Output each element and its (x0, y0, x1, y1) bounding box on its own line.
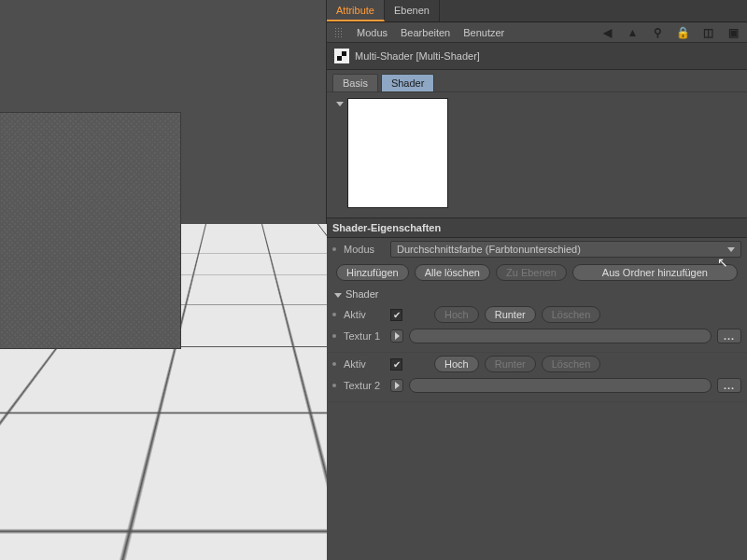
shader-subheader[interactable]: Shader (327, 285, 747, 303)
menubar: Modus Bearbeiten Benutzer ◀ ▲ ⚲ 🔒 ◫ ▣ (327, 22, 747, 43)
chevron-down-icon (727, 247, 735, 252)
to-layers-button: Zu Ebenen (496, 264, 567, 281)
modus-row: Modus Durchschnittsfarbe (Farbtonuntersc… (327, 238, 747, 260)
aktiv-checkbox-2[interactable]: ✔ (390, 358, 402, 371)
maximize-icon[interactable]: ▣ (727, 26, 740, 38)
modus-dropdown[interactable]: Durchschnittsfarbe (Farbtonunterschied) (390, 241, 741, 258)
menu-benutzer[interactable]: Benutzer (463, 27, 504, 38)
param-dot (332, 334, 336, 338)
aktiv-label: Aktiv (344, 358, 385, 370)
new-icon[interactable]: ◫ (702, 26, 714, 38)
scene-cube[interactable] (0, 112, 181, 349)
inner-tab-row: Basis Shader (327, 70, 747, 91)
textur-browse-button-2[interactable]: ... (717, 378, 741, 393)
add-button[interactable]: Hinzufügen (336, 264, 409, 281)
search-icon[interactable]: ⚲ (652, 26, 664, 38)
loeschen-button-2: Löschen (542, 356, 601, 372)
lock-icon[interactable]: 🔒 (677, 26, 689, 38)
param-dot (332, 313, 336, 316)
modus-label: Modus (344, 244, 385, 255)
aktiv-label: Aktiv (344, 309, 385, 320)
preview-area (327, 91, 747, 217)
aktiv-checkbox-1[interactable]: ✔ (390, 309, 402, 321)
param-dot (332, 384, 336, 387)
runter-button-1[interactable]: Runter (485, 306, 536, 323)
attribute-panel: Attribute Ebenen Modus Bearbeiten Benutz… (327, 0, 747, 560)
shader-entry-1: Aktiv ✔ Hoch Runter Löschen Textur 1 ... (327, 303, 747, 353)
nav-back-icon[interactable]: ◀ (601, 26, 613, 38)
textur-field-2[interactable] (409, 378, 712, 393)
textur-label-2: Textur 2 (344, 380, 385, 391)
param-dot (332, 362, 336, 366)
from-folder-button[interactable]: Aus Ordner hinzufügen (572, 264, 738, 281)
tab-ebenen[interactable]: Ebenen (385, 0, 440, 21)
caret-down-icon (334, 293, 342, 298)
inner-tab-basis[interactable]: Basis (332, 74, 378, 91)
panel-tab-row: Attribute Ebenen (327, 0, 747, 22)
object-title-row: Multi-Shader [Multi-Shader] (327, 43, 747, 70)
preview-caret-icon[interactable] (336, 102, 344, 106)
tab-attribute[interactable]: Attribute (327, 0, 385, 21)
action-button-row: Hinzufügen Alle löschen Zu Ebenen Aus Or… (327, 260, 747, 285)
textur-menu-button-1[interactable] (390, 329, 403, 343)
hoch-button-1: Hoch (434, 306, 479, 323)
param-dot (332, 247, 336, 251)
grip-icon[interactable] (334, 27, 344, 38)
textur-label-1: Textur 1 (344, 330, 385, 342)
delete-all-button[interactable]: Alle löschen (415, 264, 490, 281)
object-title: Multi-Shader [Multi-Shader] (355, 50, 480, 62)
inner-tab-shader[interactable]: Shader (381, 74, 434, 91)
modus-value: Durchschnittsfarbe (Farbtonunterschied) (397, 244, 581, 255)
textur-browse-button-1[interactable]: ... (717, 329, 741, 343)
loeschen-button-1: Löschen (542, 306, 601, 323)
nav-up-icon[interactable]: ▲ (627, 26, 639, 38)
viewport-3d[interactable] (0, 0, 327, 560)
shader-entry-2: Aktiv ✔ Hoch Runter Löschen Textur 2 ... (327, 353, 747, 402)
multishader-icon (334, 49, 349, 63)
shader-preview[interactable] (347, 98, 448, 208)
runter-button-2: Runter (485, 356, 536, 372)
hoch-button-2[interactable]: Hoch (434, 356, 479, 372)
textur-menu-button-2[interactable] (390, 379, 403, 392)
menu-modus[interactable]: Modus (357, 27, 388, 38)
section-header: Shader-Eigenschaften (327, 217, 747, 238)
textur-field-1[interactable] (409, 329, 712, 343)
menu-bearbeiten[interactable]: Bearbeiten (401, 27, 450, 38)
